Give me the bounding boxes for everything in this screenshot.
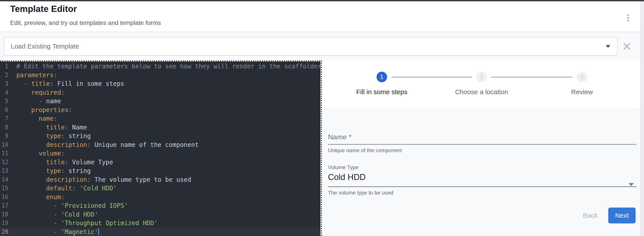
next-button[interactable]: Next <box>608 208 636 224</box>
kebab-menu-icon <box>628 14 629 21</box>
step-1[interactable]: 1 <box>376 72 387 82</box>
load-template-select[interactable]: Load Existing Template <box>4 37 618 56</box>
code-line[interactable]: 14 description: The volume type to be us… <box>0 175 320 184</box>
editor-container: 1# Edit the template parameters below to… <box>0 60 320 236</box>
code-line[interactable]: 9 type: string <box>0 132 320 141</box>
line-number: 5 <box>0 97 8 106</box>
page-subtitle: Edit, preview, and try out templates and… <box>10 19 161 26</box>
name-input[interactable] <box>328 144 636 145</box>
code-line[interactable]: 6 properties: <box>0 106 320 114</box>
page-scrollbar[interactable] <box>640 1 644 236</box>
name-field-label: Name * <box>328 133 352 141</box>
code-line[interactable]: 20 - 'Magnetic' <box>0 228 320 236</box>
page-title: Template Editor <box>10 4 77 14</box>
code-line[interactable]: 4 required: <box>0 88 320 97</box>
line-number: 7 <box>0 114 8 123</box>
line-number: 16 <box>0 193 8 202</box>
code-line[interactable]: 17 - 'Provisioned IOPS' <box>0 201 320 210</box>
code-line[interactable]: 1# Edit the template parameters below to… <box>0 62 320 71</box>
line-number: 2 <box>0 71 8 80</box>
code-line[interactable]: 5 - name <box>0 97 320 106</box>
line-number: 19 <box>0 219 8 228</box>
line-number: 6 <box>0 106 8 114</box>
code-line[interactable]: 18 - 'Cold HDD' <box>0 210 320 219</box>
code-line[interactable]: 11 volume: <box>0 149 320 158</box>
step-3-label: Review <box>571 88 593 96</box>
page-header: Template Editor Edit, preview, and try o… <box>0 1 640 32</box>
volume-field-helper: The volume type to be used <box>328 190 393 196</box>
step-1-icon: 1 <box>376 72 387 82</box>
preview-panel: 1 2 3 Fill in some steps Choose a locati… <box>323 60 640 236</box>
close-icon <box>622 42 631 50</box>
step-connector <box>491 77 572 77</box>
line-number: 14 <box>0 175 8 184</box>
code-line[interactable]: 13 type: string <box>0 167 320 175</box>
volume-select[interactable]: Cold HDD <box>328 173 366 182</box>
name-field-helper: Unique name of the component <box>328 147 402 154</box>
line-number: 10 <box>0 141 8 149</box>
step-2-label: Choose a location <box>455 88 508 96</box>
volume-select-underline <box>328 186 636 187</box>
back-button[interactable]: Back <box>581 208 600 224</box>
template-form: Name * Unique name of the component Volu… <box>323 108 640 236</box>
close-button[interactable] <box>620 40 633 52</box>
step-connector <box>392 77 472 77</box>
main-split: 1# Edit the template parameters below to… <box>0 60 640 236</box>
line-number: 17 <box>0 201 8 210</box>
form-stepper: 1 2 3 Fill in some steps Choose a locati… <box>323 60 640 108</box>
line-number: 9 <box>0 132 8 141</box>
code-line[interactable]: 16 enum: <box>0 193 320 202</box>
line-number: 8 <box>0 123 8 132</box>
line-number: 4 <box>0 88 8 97</box>
line-number: 13 <box>0 167 8 175</box>
code-line[interactable]: 2parameters: <box>0 71 320 80</box>
caret-down-icon <box>628 183 634 186</box>
more-options-button[interactable] <box>623 12 634 23</box>
line-number: 18 <box>0 210 8 219</box>
volume-field-label: Volume Type <box>328 164 358 171</box>
code-line[interactable]: 7 name: <box>0 114 320 123</box>
line-number: 1 <box>0 62 8 71</box>
split-drag-handle[interactable] <box>320 60 323 236</box>
code-line[interactable]: 10 description: Unique name of the compo… <box>0 141 320 149</box>
text-cursor <box>98 228 99 235</box>
line-number: 3 <box>0 79 8 88</box>
code-line[interactable]: 8 title: Name <box>0 123 320 132</box>
step-2[interactable]: 2 <box>476 72 487 82</box>
code-line[interactable]: 12 title: Volume Type <box>0 158 320 167</box>
load-template-placeholder: Load Existing Template <box>11 42 606 50</box>
step-2-icon: 2 <box>476 72 487 82</box>
code-line[interactable]: 19 - 'Throughput Optimized HDD' <box>0 219 320 228</box>
code-line[interactable]: 3 - title: Fill in some steps <box>0 79 320 88</box>
step-3[interactable]: 3 <box>577 72 587 82</box>
line-number: 15 <box>0 184 8 193</box>
step-3-icon: 3 <box>577 72 587 82</box>
line-number: 11 <box>0 149 8 158</box>
template-toolbar: Load Existing Template <box>0 32 640 60</box>
step-1-label: Fill in some steps <box>356 88 408 96</box>
line-number: 12 <box>0 158 8 167</box>
caret-down-icon <box>606 45 610 48</box>
window-top-bar <box>0 0 644 1</box>
code-line[interactable]: 15 default: 'Cold HDD' <box>0 184 320 193</box>
form-actions: Back Next <box>581 208 636 224</box>
line-number: 20 <box>0 228 8 236</box>
code-editor[interactable]: 1# Edit the template parameters below to… <box>0 61 320 236</box>
